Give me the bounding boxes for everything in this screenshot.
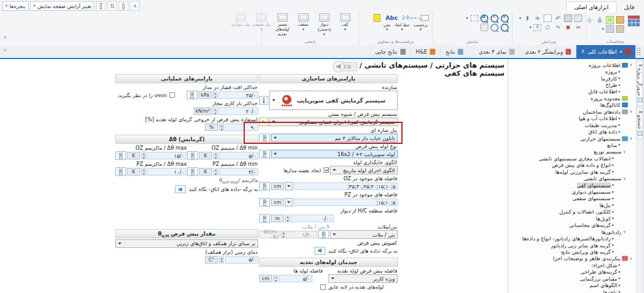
tree-item[interactable]: ∨ • سیستمهای سقفی	[508, 195, 636, 202]
unit-button[interactable]: °C	[205, 256, 218, 263]
tree-item[interactable]: ∨ • انواع و داده های پیش فرض	[508, 162, 636, 169]
unit-button[interactable]: m	[271, 215, 284, 222]
close-icon[interactable]: X	[638, 64, 642, 67]
view-tab[interactable]: نمای ۳ بعدی	[473, 45, 519, 58]
vmin-checkbox[interactable]	[170, 92, 175, 98]
chevron-down-icon[interactable]: ▾	[519, 16, 521, 20]
expander-icon[interactable]: ∨	[628, 109, 634, 114]
tree-item[interactable]: ∨ • کارفرما	[508, 75, 636, 82]
oz-spacing-input[interactable]: ۵;۱۰;۱۵;۲۰;۲۵;۳۰;۳۵;	[294, 182, 398, 190]
feed-default-spacing-combo[interactable]: ویژه کاربر	[328, 274, 398, 283]
label-tool-button[interactable]: متن▾	[383, 23, 392, 32]
callout-icon[interactable]	[421, 14, 429, 21]
catalog-screen-button[interactable]	[259, 198, 270, 207]
ribbon-collapse-icon[interactable]: ∧	[3, 34, 7, 40]
spinner-buttons[interactable]	[213, 91, 217, 99]
expander-icon[interactable]: ∨	[621, 177, 627, 181]
catalog-list-button[interactable]	[259, 96, 268, 105]
max-load-input[interactable]: ۲۰/۰	[218, 107, 258, 115]
tree-item[interactable]: ∨ • اطلاعات فایل	[508, 89, 636, 95]
select-text-icon[interactable]: A	[533, 24, 541, 31]
spinner-buttons[interactable]	[213, 152, 218, 159]
catalog-screen-button[interactable]	[259, 214, 270, 223]
tree-item[interactable]: ∨ • سیستمهای دیواری	[508, 188, 636, 195]
tree-item[interactable]: ∨ • گزینه های سایززنی لوله‌ها	[508, 169, 636, 175]
screen-layout-icon[interactable]	[96, 1, 106, 11]
tree-item[interactable]: ∨ • گزینه‌های طراحی	[508, 269, 636, 275]
move-up-icon[interactable]: ⬆	[523, 14, 531, 22]
tree-item[interactable]: ∨ • گزینه های ویرایش نتایج	[508, 248, 636, 255]
edit-pencil-button[interactable]: ✎	[259, 118, 268, 126]
rotate-icon[interactable]: ↷	[554, 24, 562, 31]
chevron-down-icon[interactable]: ▾	[529, 25, 531, 30]
paste-icon[interactable]	[564, 14, 572, 22]
copy-icon[interactable]	[574, 14, 582, 22]
pipe-type-combo[interactable]: لوله سوپرپایپ ۲+ / 16x2	[271, 150, 398, 158]
tree-item[interactable]: ∨ • منابع	[508, 142, 636, 148]
expander-icon[interactable]: ∨	[628, 63, 634, 67]
back-button[interactable]	[333, 61, 345, 72]
tree-item[interactable]: ∨ • رادیاتورها/شیرهای رادیاتور- انواع و …	[508, 235, 636, 241]
tree-item[interactable]: ∨ • رادیاتورها	[508, 229, 636, 235]
ground-temp-input[interactable]: ۵/۰	[225, 256, 258, 263]
feed-pipe-spacing-input[interactable]: ۵/۰	[279, 275, 312, 282]
pan-icon[interactable]	[480, 24, 488, 31]
unit-button[interactable]: cm	[271, 182, 284, 190]
dimension-icon[interactable]: ⟷ 2.0	[402, 16, 416, 20]
tree-item[interactable]: ∨ • پنل‌ها	[508, 202, 636, 208]
tree-item[interactable]: ∨ • مقیاس بزرگنمایی	[508, 275, 636, 282]
unit-button[interactable]: cm	[271, 199, 284, 206]
dt-max-oz-input[interactable]: ۱۵/۰	[147, 152, 186, 159]
spinner-buttons[interactable]	[285, 215, 290, 222]
pz-spacing-input[interactable]: ۵;۱۰;۱۵;	[294, 199, 398, 206]
dropdown-button[interactable]	[285, 198, 292, 207]
unit-button[interactable]: K	[127, 152, 140, 159]
view-tab[interactable]: نتایج	[440, 45, 468, 58]
zoom-previous-icon[interactable]	[491, 24, 499, 31]
text-abc-icon[interactable]: Abc	[385, 14, 398, 21]
brand-icon[interactable]: S	[107, 1, 117, 11]
expander-icon[interactable]: ∨	[628, 136, 634, 141]
expander-icon[interactable]: ∨	[621, 150, 627, 154]
close-icon[interactable]: X	[581, 49, 584, 54]
view-tab[interactable]: • اطلاعات کلی X	[576, 45, 635, 58]
tree-item[interactable]: ∨ • اطلاعات آب و هوا	[508, 115, 636, 122]
tree-item[interactable]: ∨ • اتصالات مجازی سیستمهای تابشی	[508, 155, 636, 162]
delete-icon[interactable]: ✖	[564, 24, 572, 31]
align-icon[interactable]: ✛	[533, 14, 541, 22]
spinner-buttons[interactable]	[219, 123, 224, 131]
view-tab[interactable]: ویرایشگر ۲ بعدی	[519, 45, 576, 58]
tree-item[interactable]: ∨ • سیستمهای کفی	[508, 182, 636, 188]
create-circuit-map-checkbox[interactable]	[324, 167, 329, 173]
zoom-window-icon[interactable]	[501, 24, 509, 31]
select-region-icon[interactable]	[470, 14, 478, 22]
zoom-out-icon[interactable]: −	[491, 14, 499, 22]
docked-tab[interactable]: مرورگر پروژه X	[636, 61, 643, 106]
spinner-buttons[interactable]	[213, 107, 217, 115]
catalog-screen-button[interactable]	[187, 167, 198, 176]
zoom-all-icon[interactable]: A	[480, 14, 488, 22]
radiant-tool-button[interactable]: مسیر لوله‌های تغذیه	[272, 13, 292, 38]
spinner-buttons[interactable]	[141, 152, 146, 159]
dt-min-pz-input[interactable]: ۲/۰	[219, 168, 258, 175]
windows-menu-button[interactable]: پنجره‌ها▾	[2, 1, 28, 11]
radiant-tool-button[interactable]: دیوار (دستی) ▾	[314, 13, 334, 37]
view-tab[interactable]: نتایج چاپی	[370, 45, 411, 58]
catalog-screen-button[interactable]	[115, 167, 126, 176]
concrete-combo[interactable]: بتن / ملات	[330, 230, 398, 239]
radiator-icon[interactable]	[616, 25, 624, 33]
people-icon[interactable]	[606, 25, 614, 33]
building-calc-icon[interactable]	[616, 16, 624, 24]
unit-button[interactable]: kPa	[199, 91, 211, 99]
spinner-buttons[interactable]	[141, 168, 146, 175]
drag-grip-icon[interactable]	[636, 47, 641, 56]
manufacturer-combo[interactable]: سیستم گرمایش کفی سوپرپایپ	[269, 91, 398, 110]
tree-item[interactable]: ∨ • مدیریت طبقات	[508, 122, 636, 128]
goto-room-data-button[interactable]	[314, 247, 325, 255]
window-menu-icon[interactable]: ∨	[3, 48, 6, 53]
structural-panel-combo[interactable]: نایلون حباب دار متالایز ۴ مم	[271, 134, 398, 142]
zoom-in-icon[interactable]: +	[501, 14, 509, 22]
chevron-down-icon[interactable]: ▾	[602, 27, 604, 31]
radiant-tool-button[interactable]: کف ▾	[335, 13, 355, 32]
catalog-screen-button[interactable]	[259, 150, 270, 158]
